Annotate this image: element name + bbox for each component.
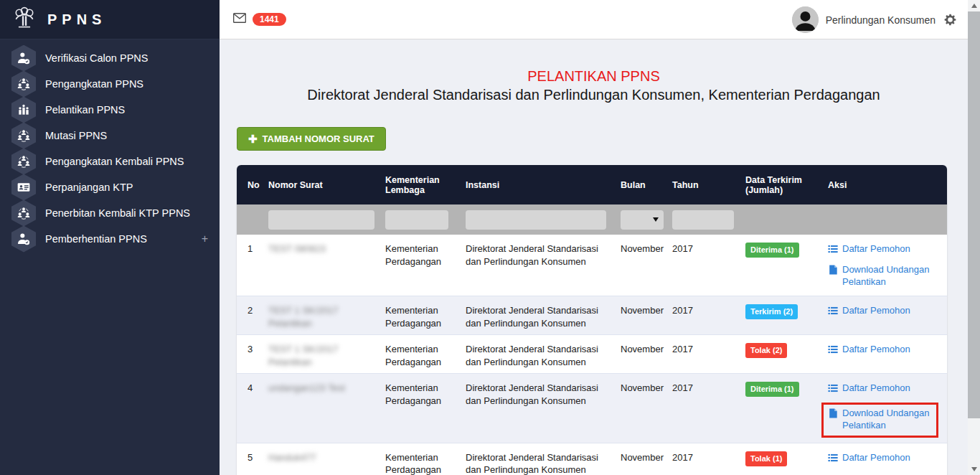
list-icon <box>828 453 838 463</box>
app-window: PPNS Verifikasi Calon PPNS Pengangkatan … <box>0 0 980 475</box>
user-avatar[interactable] <box>792 6 819 33</box>
list-icon <box>828 344 838 354</box>
col-header-data-terkirim: Data Terkirim (Jumlah) <box>745 175 828 195</box>
daftar-pemohon-link[interactable]: Daftar Pemohon <box>828 451 938 464</box>
table-row: 2 TEST 1 SK/2017 Pelantikan Kementerian … <box>237 296 947 334</box>
sidebar-menu: Verifikasi Calon PPNS Pengangkatan PPNS … <box>0 39 220 252</box>
person-check-icon <box>11 45 36 72</box>
sidebar-item-label: Verifikasi Calon PPNS <box>45 52 148 64</box>
tambah-nomor-surat-button[interactable]: ✚ TAMBAH NOMOR SURAT <box>237 127 386 151</box>
col-header-bulan: Bulan <box>621 180 672 190</box>
download-undangan-link[interactable]: Download Undangan Pelantikan <box>828 263 938 288</box>
sidebar-item-label: Perpanjangan KTP <box>45 182 133 193</box>
cell-bulan: November <box>621 382 672 438</box>
cell-tahun: 2017 <box>672 382 745 438</box>
sidebar-item-label: Pemberhentian PPNS <box>45 233 147 245</box>
sidebar-item-pemberhentian-ppns[interactable]: Pemberhentian PPNS + <box>0 226 220 252</box>
app-logo-text: PPNS <box>47 11 106 28</box>
sidebar-header: PPNS <box>0 0 220 39</box>
cell-tahun: 2017 <box>672 304 745 329</box>
col-header-instansi: Instansi <box>466 180 621 190</box>
file-icon <box>828 265 838 275</box>
cell-tahun: 2017 <box>672 243 745 291</box>
id-card-icon <box>11 174 36 201</box>
cell-kementerian: Kementerian Perdagangan <box>385 243 466 291</box>
annotation-red-box: Download Undangan Pelantikan <box>821 403 938 438</box>
table-row: 3 TEST 1 SK/2017 Pelantikan Kementerian … <box>237 334 947 373</box>
daftar-pemohon-link[interactable]: Daftar Pemohon <box>828 382 938 395</box>
filter-bulan-select[interactable] <box>621 210 664 230</box>
person-check-icon <box>11 226 36 253</box>
sidebar-item-verifikasi-calon-ppns[interactable]: Verifikasi Calon PPNS <box>0 45 220 71</box>
page-subtitle: Direktorat Jenderal Standarisasi dan Per… <box>220 87 968 103</box>
sidebar-item-pengangkatan-kembali-ppns[interactable]: Pengangkatan Kembali PPNS <box>0 149 220 174</box>
col-header-nomor-surat: Nomor Surat <box>268 180 385 190</box>
cell-instansi: Direktorat Jenderal Standarisasi dan Per… <box>466 343 621 368</box>
cell-instansi: Direktorat Jenderal Standarisasi dan Per… <box>466 243 621 291</box>
user-name-label[interactable]: Perlindungan Konsumen <box>826 14 936 26</box>
cell-nomor-surat-redacted: TEST 1 SK/2017 Pelantikan <box>268 344 338 367</box>
status-badge: Diterima (1) <box>745 382 799 397</box>
people-cycle-icon <box>11 123 36 149</box>
daftar-pemohon-link[interactable]: Daftar Pemohon <box>828 343 938 356</box>
people-cycle-icon <box>11 149 36 175</box>
sidebar-item-label: Pengangkatan PPNS <box>45 78 143 90</box>
sidebar-item-label: Mutasi PPNS <box>45 130 107 141</box>
cell-kementerian: Kementerian Perdagangan <box>385 451 466 475</box>
chevron-down-icon <box>653 217 659 222</box>
sidebar-item-perpanjangan-ktp[interactable]: Perpanjangan KTP <box>0 174 220 200</box>
envelope-icon[interactable] <box>232 11 247 28</box>
cell-kementerian: Kementerian Perdagangan <box>385 382 466 438</box>
table-filter-row <box>237 204 947 235</box>
list-icon <box>828 306 838 316</box>
cell-instansi: Direktorat Jenderal Standarisasi dan Per… <box>466 304 621 329</box>
cell-kementerian: Kementerian Perdagangan <box>385 304 466 329</box>
sidebar: PPNS Verifikasi Calon PPNS Pengangkatan … <box>0 0 220 475</box>
status-badge: Terkirim (2) <box>745 304 798 319</box>
cell-nomor-surat-redacted: undangan123 Test <box>268 382 345 393</box>
scrollbar-thumb[interactable] <box>968 11 980 418</box>
expand-plus-icon[interactable]: + <box>202 233 208 245</box>
cell-no: 2 <box>237 304 268 329</box>
page-title: PELANTIKAN PPNS <box>220 68 968 85</box>
ministry-tree-logo-icon <box>11 4 37 34</box>
sidebar-item-label: Penerbitan Kembali KTP PPNS <box>45 207 190 219</box>
filter-tahun-input[interactable] <box>672 210 734 230</box>
status-badge: Tolak (1) <box>745 451 787 466</box>
sidebar-item-pelantikan-ppns[interactable]: Pelantikan PPNS <box>0 97 220 123</box>
plus-icon: ✚ <box>248 133 258 144</box>
daftar-pemohon-link[interactable]: Daftar Pemohon <box>828 243 938 255</box>
sidebar-item-mutasi-ppns[interactable]: Mutasi PPNS <box>0 123 220 149</box>
col-header-kementerian: Kementerian Lembaga <box>385 175 466 195</box>
cell-nomor-surat-redacted: Handuk477 <box>268 452 316 463</box>
triangle-down-icon <box>971 467 977 471</box>
sidebar-item-label: Pelantikan PPNS <box>45 104 125 116</box>
mail-count-badge[interactable]: 1441 <box>253 13 286 26</box>
triangle-up-icon <box>971 4 977 8</box>
cell-tahun: 2017 <box>672 451 745 475</box>
filter-instansi-input[interactable] <box>466 210 606 230</box>
cell-nomor-surat-redacted: TEST 080823 <box>268 243 326 254</box>
scroll-down-button[interactable] <box>968 464 980 475</box>
sidebar-item-pengangkatan-ppns[interactable]: Pengangkatan PPNS <box>0 71 220 97</box>
col-header-aksi: Aksi <box>828 180 947 190</box>
sidebar-item-label: Pengangkatan Kembali PPNS <box>45 156 184 167</box>
filter-nomor-surat-input[interactable] <box>268 210 374 230</box>
download-undangan-link[interactable]: Download Undangan Pelantikan <box>828 407 932 432</box>
cell-bulan: November <box>621 343 672 368</box>
vertical-scrollbar[interactable] <box>968 0 980 475</box>
list-icon <box>828 244 838 254</box>
col-header-no: No <box>237 180 268 190</box>
people-cycle-icon <box>11 71 36 98</box>
cell-no: 4 <box>237 382 268 438</box>
scroll-up-button[interactable] <box>968 0 980 11</box>
table-row: 4 undangan123 Test Kementerian Perdagang… <box>237 373 947 443</box>
table-row: 5 Handuk477 Kementerian Perdagangan Dire… <box>237 443 947 475</box>
filter-kementerian-input[interactable] <box>385 210 448 230</box>
cell-no: 5 <box>237 451 268 475</box>
list-icon <box>828 383 838 393</box>
sidebar-item-penerbitan-kembali-ktp-ppns[interactable]: Penerbitan Kembali KTP PPNS <box>0 200 220 226</box>
gear-icon[interactable] <box>943 12 958 27</box>
col-header-tahun: Tahun <box>672 180 745 190</box>
daftar-pemohon-link[interactable]: Daftar Pemohon <box>828 304 938 317</box>
